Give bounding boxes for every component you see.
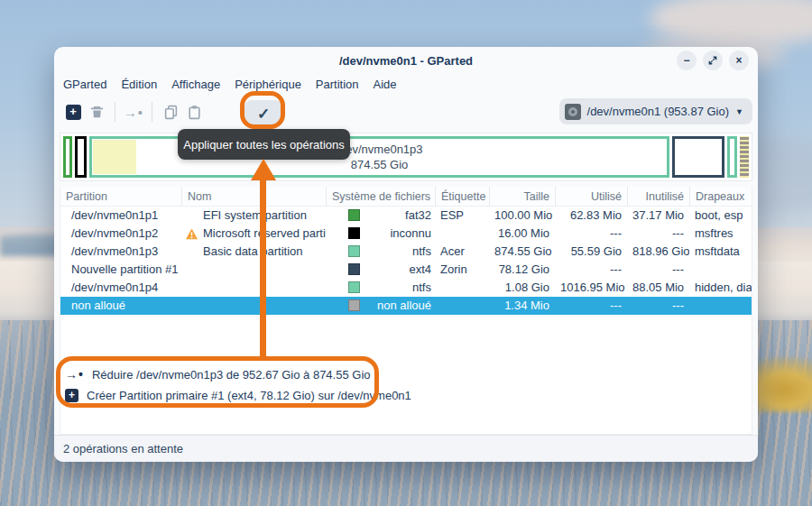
cell-etiquette: Acer xyxy=(435,243,489,261)
paste-icon xyxy=(187,105,202,120)
cell-inutilise: 88.05 Mio xyxy=(627,279,689,297)
cell-utilise: 62.83 Mio xyxy=(555,207,627,225)
menu-item-partition[interactable]: Partition xyxy=(309,78,366,91)
window-controls: − × xyxy=(677,51,749,70)
cell-etiquette xyxy=(435,279,489,297)
disk-segment-free-space xyxy=(675,139,722,175)
cell-etiquette: Zorin xyxy=(435,261,489,279)
toolbar-separator xyxy=(115,102,115,122)
cell-taille: 100.00 Mio xyxy=(489,207,555,225)
titlebar[interactable]: /dev/nvme0n1 - GParted − × xyxy=(54,47,758,74)
resize-operation-icon: →• xyxy=(65,367,84,382)
menu-item-dition[interactable]: Édition xyxy=(114,78,164,91)
cell-filesystem: non alloué xyxy=(326,297,435,315)
column-header-systèmedefichiers[interactable]: Système de fichiers xyxy=(326,187,435,206)
new-partition-icon: + xyxy=(66,105,81,120)
table-row[interactable]: Nouvelle partition #1ext4Zorin78.12 Gio-… xyxy=(60,261,752,279)
cell-etiquette xyxy=(435,297,489,315)
cell-partition: /dev/nvme0n1p3 xyxy=(60,243,181,261)
apply-tooltip: Appliquer toutes les opérations xyxy=(178,129,350,160)
cell-nom: Basic data partition xyxy=(181,243,326,261)
column-header-partition[interactable]: Partition xyxy=(60,187,181,206)
device-label: /dev/nvme0n1 (953.87 Gio) xyxy=(587,105,730,118)
trash-icon xyxy=(89,105,105,120)
chevron-down-icon: ▼ xyxy=(735,107,743,116)
resize-move-button[interactable]: →• xyxy=(122,100,145,124)
disk-segment-free-space xyxy=(66,139,69,175)
cell-inutilise: 818.96 Gio xyxy=(627,243,689,261)
cell-etiquette: ESP xyxy=(435,207,489,225)
apply-operations-button[interactable]: ✓ xyxy=(245,100,282,127)
column-header-étiquette[interactable]: Étiquette xyxy=(435,187,489,206)
cell-nom xyxy=(181,261,326,279)
cell-partition: non alloué xyxy=(60,297,181,315)
statusbar: 2 opérations en attente xyxy=(54,435,758,462)
table-header-row: PartitionNomSystème de fichiersÉtiquette… xyxy=(60,187,752,207)
filesystem-color-swatch xyxy=(348,209,360,221)
copy-button[interactable] xyxy=(159,100,182,124)
cell-utilise: --- xyxy=(555,261,627,279)
column-header-inutilisé[interactable]: Inutilisé xyxy=(627,187,689,206)
disk-visual-bar: /dev/nvme0n1p3874.55 Gio xyxy=(60,133,752,181)
disk-segment-ext4[interactable] xyxy=(672,136,724,178)
menu-item-priphrique[interactable]: Périphérique xyxy=(227,78,309,91)
menu-item-aide[interactable]: Aide xyxy=(366,78,404,91)
cell-nom xyxy=(181,297,326,315)
cell-taille: 1.34 Mio xyxy=(489,297,555,315)
menu-item-affichage[interactable]: Affichage xyxy=(164,78,227,91)
new-partition-operation-icon: + xyxy=(65,389,78,402)
cell-inutilise: --- xyxy=(627,225,689,243)
cell-utilise: --- xyxy=(555,225,627,243)
filesystem-color-swatch xyxy=(348,281,360,293)
cell-partition: /dev/nvme0n1p1 xyxy=(60,207,181,225)
disk-icon xyxy=(565,104,581,120)
table-row[interactable]: /dev/nvme0n1p1EFI system partitionfat32E… xyxy=(60,207,752,225)
new-partition-button[interactable]: + xyxy=(61,100,85,124)
cell-utilise: --- xyxy=(555,297,627,315)
paste-button[interactable] xyxy=(182,100,206,124)
column-header-drapeaux[interactable]: Drapeaux xyxy=(689,187,752,206)
filesystem-color-swatch xyxy=(348,263,360,275)
operation-row: →• Réduire /dev/nvme0n1p3 de 952.67 Gio … xyxy=(65,364,371,384)
disk-segment-ntfs[interactable]: /dev/nvme0n1p3874.55 Gio xyxy=(89,136,669,178)
cell-drapeaux xyxy=(689,297,752,315)
cell-utilise: 1016.95 Mio xyxy=(555,279,627,297)
menu-item-gparted[interactable]: GParted xyxy=(56,78,114,91)
column-header-taille[interactable]: Taille xyxy=(489,187,555,206)
filesystem-color-swatch xyxy=(348,245,360,257)
warning-icon xyxy=(185,227,198,241)
disk-segment-inconnu[interactable] xyxy=(75,136,87,178)
cell-drapeaux: msftdata xyxy=(689,243,752,261)
filesystem-color-swatch xyxy=(348,227,360,239)
table-row[interactable]: /dev/nvme0n1p4ntfs1.08 Gio1016.95 Mio88.… xyxy=(60,279,752,297)
cell-partition: /dev/nvme0n1p4 xyxy=(60,279,181,297)
table-row[interactable]: /dev/nvme0n1p3Basic data partitionntfsAc… xyxy=(60,243,752,261)
operation-text: Créer Partition primaire #1 (ext4, 78.12… xyxy=(87,389,411,402)
device-selector[interactable]: /dev/nvme0n1 (953.87 Gio) ▼ xyxy=(559,98,752,124)
cell-inutilise: 37.17 Mio xyxy=(627,207,689,225)
cell-filesystem: ntfs xyxy=(326,279,435,297)
table-row[interactable]: non allouénon alloué1.34 Mio------ xyxy=(60,297,752,315)
close-button[interactable]: × xyxy=(729,51,749,70)
delete-partition-button[interactable] xyxy=(85,100,108,124)
disk-segment-ntfs[interactable] xyxy=(727,136,737,178)
column-header-nom[interactable]: Nom xyxy=(181,187,326,206)
cell-drapeaux xyxy=(689,261,752,279)
filesystem-color-swatch xyxy=(348,299,360,311)
table-body: /dev/nvme0n1p1EFI system partitionfat32E… xyxy=(60,207,752,315)
menubar: GPartedÉditionAffichagePériphériqueParti… xyxy=(56,74,404,94)
cell-taille: 874.55 Gio xyxy=(489,243,555,261)
cell-taille: 1.08 Gio xyxy=(489,279,555,297)
operation-text: Réduire /dev/nvme0n1p3 de 952.67 Gio à 8… xyxy=(92,368,371,382)
minimize-button[interactable]: − xyxy=(677,51,697,70)
disk-segment-non-alloué[interactable] xyxy=(740,136,749,178)
disk-segment-fat32[interactable] xyxy=(63,136,72,178)
disk-segment-free-space xyxy=(78,139,84,175)
cell-utilise: 55.59 Gio xyxy=(555,243,627,261)
cell-drapeaux: hidden, diag xyxy=(689,279,752,297)
copy-icon xyxy=(163,105,179,120)
table-row[interactable]: /dev/nvme0n1p2Microsoft reserved partiti… xyxy=(60,225,752,243)
column-header-utilisé[interactable]: Utilisé xyxy=(555,187,627,206)
maximize-button[interactable] xyxy=(703,51,723,70)
pending-operations-text: 2 opérations en attente xyxy=(63,442,183,455)
